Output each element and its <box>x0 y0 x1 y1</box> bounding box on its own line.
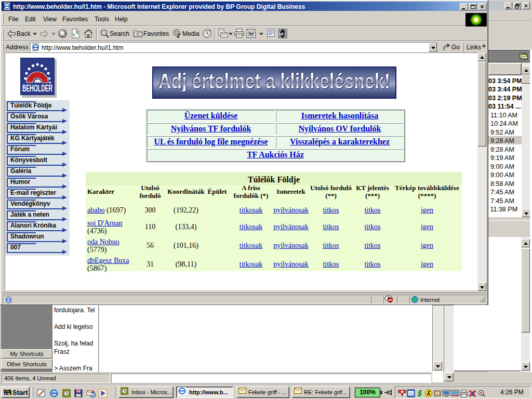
svg-text:NET: NET <box>279 32 287 36</box>
svg-text:BEHOLDER: BEHOLDER <box>22 83 52 94</box>
svg-text:W: W <box>249 31 254 36</box>
